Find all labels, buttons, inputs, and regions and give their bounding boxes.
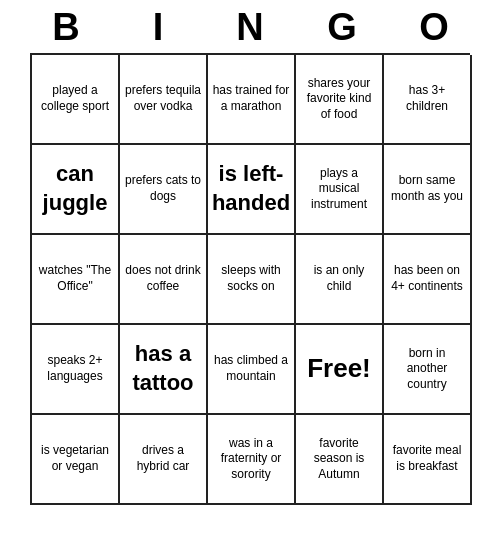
bingo-letter: G [300,6,384,49]
cell-r4-c0: is vegetarian or vegan [32,415,120,505]
bingo-letter: N [208,6,292,49]
cell-r0-c2: has trained for a marathon [208,55,296,145]
cell-r1-c4: born same month as you [384,145,472,235]
cell-r3-c3: Free! [296,325,384,415]
cell-r1-c1: prefers cats to dogs [120,145,208,235]
bingo-letter: O [392,6,476,49]
cell-r1-c3: plays a musical instrument [296,145,384,235]
cell-r2-c1: does not drink coffee [120,235,208,325]
cell-r2-c4: has been on 4+ continents [384,235,472,325]
bingo-letter: B [24,6,108,49]
cell-r3-c1: has a tattoo [120,325,208,415]
bingo-header: BINGO [20,0,480,53]
cell-r4-c4: favorite meal is breakfast [384,415,472,505]
cell-r4-c3: favorite season is Autumn [296,415,384,505]
cell-r4-c1: drives a hybrid car [120,415,208,505]
cell-r1-c2: is left-handed [208,145,296,235]
bingo-letter: I [116,6,200,49]
cell-r3-c4: born in another country [384,325,472,415]
cell-r2-c0: watches "The Office" [32,235,120,325]
cell-r2-c2: sleeps with socks on [208,235,296,325]
cell-r3-c2: has climbed a mountain [208,325,296,415]
cell-r0-c1: prefers tequila over vodka [120,55,208,145]
bingo-grid: played a college sportprefers tequila ov… [30,53,470,505]
cell-r4-c2: was in a fraternity or sorority [208,415,296,505]
cell-r1-c0: can juggle [32,145,120,235]
cell-r2-c3: is an only child [296,235,384,325]
cell-r3-c0: speaks 2+ languages [32,325,120,415]
cell-r0-c0: played a college sport [32,55,120,145]
cell-r0-c3: shares your favorite kind of food [296,55,384,145]
cell-r0-c4: has 3+ children [384,55,472,145]
